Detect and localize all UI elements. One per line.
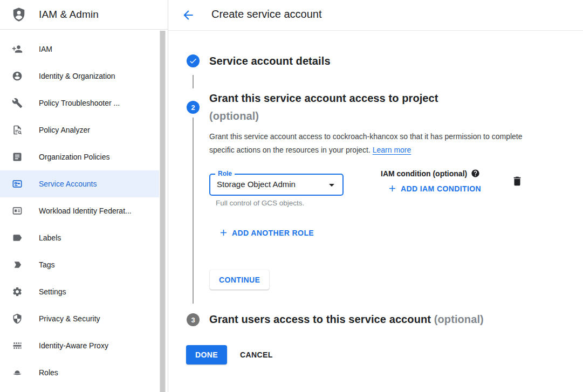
tag-arrow-icon [12,259,23,270]
sidebar-item-label: Policy Analyzer [39,126,90,134]
plus-icon [387,183,397,194]
sidebar-item-organization-policies[interactable]: Organization Policies [0,143,159,170]
account-circle-icon [12,71,23,81]
sidebar-item-labels[interactable]: Labels [0,224,159,251]
step3-number-badge: 3 [187,313,200,326]
page-title: Create service account [211,8,322,20]
step3-optional-label: (optional) [434,313,484,325]
sidebar-item-label: Tags [39,260,55,269]
help-icon[interactable] [471,169,480,178]
hat-icon [12,367,23,378]
step1-completed-check-icon [187,54,200,67]
main-header: Create service account [168,0,583,31]
sidebar-item-settings[interactable]: Settings [0,278,159,305]
back-button[interactable] [181,8,195,22]
sidebar-item-label: Workload Identity Federat... [39,207,132,215]
step2-title-text: Grant this service account access to pro… [209,92,438,104]
arrow-back-icon [181,8,195,22]
wrench-icon [12,98,23,108]
sidebar-item-policy-troubleshooter[interactable]: Policy Troubleshooter ... [0,90,159,116]
role-select[interactable]: Role Storage Object Admin [209,174,344,196]
step1-title: Service account details [209,54,331,68]
sidebar-item-iam[interactable]: IAM [0,36,159,63]
plus-icon [218,228,229,238]
sidebar-item-label: IAM [39,45,52,53]
step2-description: Grant this service account access to coc… [209,130,533,157]
sidebar-scrollbar[interactable] [160,31,166,392]
sidebar-item-label: Service Accounts [39,180,97,188]
sidebar-item-label: Organization Policies [39,153,110,161]
step2-number-badge: 2 [187,101,200,114]
create-service-account-page: IAM & Admin IAM Identity & Organization … [0,0,583,392]
add-another-role-button[interactable]: ADD ANOTHER ROLE [218,228,314,238]
dropdown-arrow-icon [325,178,338,191]
step2-optional-label: (optional) [209,107,511,125]
continue-button[interactable]: CONTINUE [210,270,269,290]
policy-analyzer-icon [12,125,23,135]
trash-icon [511,175,523,187]
sidebar-nav: IAM Identity & Organization Policy Troub… [0,36,159,386]
sidebar-item-label: Settings [39,287,66,296]
step3-title-text: Grant users access to this service accou… [209,313,431,325]
step2-connector [193,118,194,304]
proxy-icon [12,340,23,351]
sidebar-item-service-accounts[interactable]: Service Accounts [0,170,159,197]
step2-description-text: Grant this service account access to coc… [209,132,523,154]
role-helper-text: Full control of GCS objects. [216,199,304,207]
label-icon [12,232,23,243]
add-another-role-label: ADD ANOTHER ROLE [232,229,314,237]
sidebar-item-label: Labels [39,233,61,242]
sidebar-item-label: Identity-Aware Proxy [39,341,108,350]
gear-icon [12,286,23,297]
sidebar-item-label: Identity & Organization [39,72,115,80]
app-title: IAM & Admin [39,9,99,20]
main-content: Service account details 2 Grant this ser… [168,31,583,392]
shield-icon [12,313,23,324]
sidebar-header: IAM & Admin [0,0,168,30]
role-field-label: Role [215,170,235,177]
step2-number: 2 [191,104,195,112]
sidebar-item-label: Policy Troubleshooter ... [39,99,120,107]
sidebar-item-identity-aware-proxy[interactable]: Identity-Aware Proxy [0,332,159,359]
learn-more-link[interactable]: Learn more [373,146,411,154]
sidebar-item-workload-identity-federation[interactable]: Workload Identity Federat... [0,197,159,224]
role-selected-value: Storage Object Admin [217,180,296,189]
sidebar-item-roles[interactable]: Roles [0,359,159,386]
done-button[interactable]: DONE [186,345,227,365]
add-iam-condition-button[interactable]: ADD IAM CONDITION [387,183,481,194]
iam-condition-label: IAM condition (optional) [381,169,467,178]
sidebar-item-privacy-security[interactable]: Privacy & Security [0,305,159,332]
person-add-icon [12,44,23,54]
sidebar-item-tags[interactable]: Tags [0,251,159,278]
step2-title: Grant this service account access to pro… [209,90,511,125]
sidebar: IAM & Admin IAM Identity & Organization … [0,0,168,392]
step-connector [193,75,194,88]
document-icon [12,152,23,162]
identity-card-icon [12,205,23,216]
service-account-icon [12,178,23,189]
iam-condition-header: IAM condition (optional) [381,169,480,178]
add-iam-condition-label: ADD IAM CONDITION [401,184,481,193]
cancel-button[interactable]: CANCEL [236,345,277,365]
sidebar-item-policy-analyzer[interactable]: Policy Analyzer [0,116,159,143]
sidebar-item-label: Roles [39,368,58,377]
step3-number: 3 [191,316,195,324]
step3-title: Grant users access to this service accou… [209,313,484,326]
sidebar-item-identity-organization[interactable]: Identity & Organization [0,63,159,90]
delete-role-button[interactable] [511,175,523,187]
sidebar-item-label: Privacy & Security [39,314,100,323]
iam-admin-shield-icon [11,6,27,23]
